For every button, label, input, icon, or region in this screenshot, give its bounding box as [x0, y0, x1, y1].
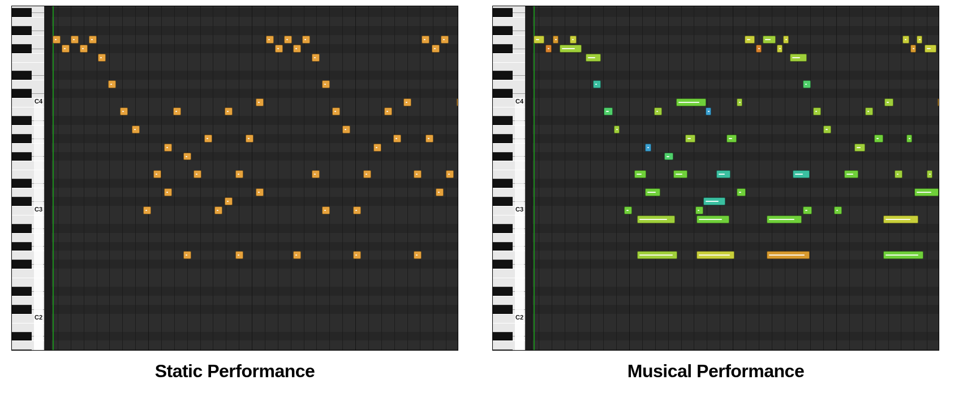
midi-note[interactable]: [883, 251, 923, 259]
black-key[interactable]: [493, 242, 513, 251]
midi-note[interactable]: [425, 135, 433, 143]
midi-note[interactable]: [593, 80, 601, 88]
midi-note[interactable]: [865, 107, 873, 115]
midi-note[interactable]: [312, 170, 320, 178]
midi-note[interactable]: [645, 188, 661, 196]
midi-note[interactable]: [342, 126, 350, 133]
midi-note[interactable]: [716, 170, 730, 178]
midi-note[interactable]: [844, 170, 858, 178]
midi-note[interactable]: [697, 251, 734, 259]
black-key[interactable]: [12, 8, 32, 17]
midi-note[interactable]: [322, 206, 330, 214]
midi-note[interactable]: [767, 215, 802, 223]
black-key[interactable]: [12, 224, 32, 233]
midi-note[interactable]: [910, 45, 916, 53]
midi-note[interactable]: [790, 54, 807, 62]
midi-note[interactable]: [441, 36, 449, 44]
black-key[interactable]: [493, 26, 513, 35]
midi-note[interactable]: [235, 251, 243, 259]
midi-note[interactable]: [673, 170, 687, 178]
midi-note[interactable]: [275, 45, 283, 53]
midi-note[interactable]: [534, 36, 544, 44]
midi-note[interactable]: [884, 98, 893, 106]
midi-note[interactable]: [834, 206, 842, 214]
midi-note[interactable]: [225, 107, 233, 115]
white-key[interactable]: [12, 340, 44, 351]
midi-note[interactable]: [906, 135, 912, 143]
black-key[interactable]: [493, 349, 513, 351]
midi-note[interactable]: [624, 206, 632, 214]
midi-note[interactable]: [120, 107, 128, 115]
black-key[interactable]: [493, 44, 513, 53]
midi-note[interactable]: [363, 170, 371, 178]
midi-note[interactable]: [246, 135, 253, 143]
midi-note[interactable]: [422, 36, 429, 44]
midi-note[interactable]: [545, 45, 552, 53]
midi-note[interactable]: [164, 144, 172, 152]
midi-note[interactable]: [697, 215, 729, 223]
midi-note[interactable]: [353, 251, 361, 259]
midi-note[interactable]: [164, 188, 172, 196]
midi-note[interactable]: [153, 170, 161, 178]
midi-note[interactable]: [706, 107, 711, 115]
black-key[interactable]: [12, 242, 32, 251]
midi-note[interactable]: [586, 54, 601, 62]
midi-note[interactable]: [560, 45, 582, 53]
black-key[interactable]: [493, 287, 513, 296]
midi-note[interactable]: [927, 170, 932, 178]
midi-note[interactable]: [685, 135, 696, 143]
midi-note[interactable]: [654, 107, 662, 115]
midi-note[interactable]: [403, 98, 411, 106]
midi-note[interactable]: [676, 98, 706, 106]
piano-roll-editor-right[interactable]: C4 C3 C2: [492, 6, 939, 351]
note-grid[interactable]: [45, 6, 458, 350]
midi-note[interactable]: [62, 45, 70, 53]
midi-note[interactable]: [604, 107, 613, 115]
midi-note[interactable]: [614, 126, 620, 133]
midi-note[interactable]: [108, 80, 116, 88]
black-key[interactable]: [493, 332, 513, 341]
midi-note[interactable]: [925, 45, 936, 53]
midi-note[interactable]: [637, 251, 677, 259]
midi-note[interactable]: [645, 144, 652, 152]
midi-note[interactable]: [53, 36, 61, 44]
midi-note[interactable]: [436, 188, 444, 196]
midi-note[interactable]: [432, 45, 440, 53]
midi-note[interactable]: [183, 153, 191, 161]
midi-note[interactable]: [763, 36, 776, 44]
black-key[interactable]: [493, 224, 513, 233]
midi-note[interactable]: [235, 170, 243, 178]
midi-note[interactable]: [293, 45, 301, 53]
piano-keyboard[interactable]: C4 C3 C2: [12, 6, 45, 350]
black-key[interactable]: [12, 349, 32, 351]
midi-note[interactable]: [767, 251, 810, 259]
piano-roll-editor-left[interactable]: C4 C3 C2: [11, 6, 458, 351]
midi-note[interactable]: [80, 45, 88, 53]
piano-keyboard[interactable]: C4 C3 C2: [493, 6, 526, 350]
midi-note[interactable]: [183, 251, 191, 259]
black-key[interactable]: [12, 26, 32, 35]
midi-note[interactable]: [256, 188, 264, 196]
midi-note[interactable]: [194, 170, 201, 178]
midi-note[interactable]: [634, 170, 646, 178]
white-key[interactable]: [493, 340, 525, 351]
midi-note[interactable]: [823, 126, 831, 133]
midi-note[interactable]: [737, 98, 742, 106]
midi-note[interactable]: [783, 36, 789, 44]
midi-note[interactable]: [938, 98, 939, 106]
black-key[interactable]: [493, 71, 513, 80]
playhead[interactable]: [534, 6, 535, 350]
midi-note[interactable]: [393, 135, 401, 143]
midi-note[interactable]: [813, 107, 821, 115]
black-key[interactable]: [12, 116, 32, 125]
midi-note[interactable]: [793, 170, 810, 178]
midi-note[interactable]: [312, 54, 320, 62]
black-key[interactable]: [493, 197, 513, 206]
midi-note[interactable]: [874, 135, 883, 143]
midi-note[interactable]: [570, 36, 577, 44]
midi-note[interactable]: [332, 107, 340, 115]
midi-note[interactable]: [803, 80, 811, 88]
midi-note[interactable]: [256, 98, 264, 106]
black-key[interactable]: [12, 305, 32, 314]
midi-note[interactable]: [384, 107, 392, 115]
